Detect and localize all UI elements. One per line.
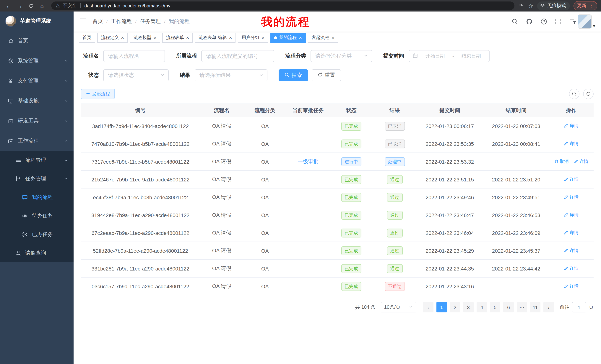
key-icon[interactable]	[519, 2, 524, 8]
cell-process-name: OA 请假	[200, 188, 243, 206]
sidebar-item-task-mgmt[interactable]: 任务管理	[0, 170, 74, 188]
star-icon[interactable]: ☆	[528, 3, 533, 8]
tab-process-form-edit[interactable]: 流程表单-编辑×	[195, 33, 236, 42]
table-row: 819442e8-7b9a-11ec-a290-acde48001122OA 请…	[81, 206, 594, 224]
sidebar-item-leave-query[interactable]: 请假查询	[0, 244, 74, 262]
page-button-2[interactable]: 2	[450, 302, 460, 312]
list-icon	[15, 157, 21, 163]
submit-time-range-picker[interactable]: 开始日期 - 结束日期	[409, 50, 490, 62]
edit-icon	[564, 195, 569, 200]
current-task-link[interactable]: 一级审批	[298, 158, 319, 164]
detail-action-link[interactable]: 详情	[564, 141, 579, 147]
page-ellipsis[interactable]: ⋯	[517, 302, 527, 312]
page-button-11[interactable]: 11	[530, 302, 541, 312]
breadcrumb-item-1[interactable]: 工作流程	[111, 18, 132, 25]
tab-close-icon[interactable]: ×	[154, 35, 156, 40]
detail-action-link[interactable]: 详情	[564, 176, 579, 182]
github-icon[interactable]	[526, 18, 533, 25]
chevron-down-icon	[64, 79, 68, 83]
logo-avatar	[5, 16, 16, 27]
category-select[interactable]: 请选择流程分类	[311, 50, 372, 62]
cell-actions: 详情	[549, 242, 594, 259]
tab-start-process[interactable]: 发起流程×	[308, 33, 338, 42]
toolbar-search-icon-button[interactable]	[569, 89, 580, 99]
tab-close-icon[interactable]: ×	[229, 35, 232, 40]
page-button-5[interactable]: 5	[490, 302, 500, 312]
help-icon[interactable]	[541, 18, 547, 25]
yen-icon	[7, 78, 14, 84]
breadcrumb-item-2[interactable]: 任务管理	[140, 18, 161, 25]
sidebar-item-system[interactable]: 系统管理	[0, 51, 74, 71]
create-process-button[interactable]: 发起流程	[81, 89, 115, 99]
tab-close-icon[interactable]: ×	[262, 35, 264, 40]
sidebar-item-payment[interactable]: 支付管理	[0, 71, 74, 91]
page-size-select[interactable]: 10条/页	[381, 302, 416, 312]
tab-user-group[interactable]: 用户分组×	[238, 33, 268, 42]
cell-status: 已完成	[330, 188, 373, 206]
user-avatar-menu[interactable]: ▾	[578, 14, 595, 29]
chevron-down-icon	[409, 305, 413, 309]
sidebar-item-home[interactable]: 首页	[0, 31, 74, 51]
sidebar-item-done-task[interactable]: 已办任务	[0, 225, 74, 244]
tab-close-icon[interactable]: ×	[299, 35, 302, 40]
browser-menu-icon[interactable]: ⋮	[589, 3, 594, 8]
tab-process-definition[interactable]: 流程定义×	[97, 33, 128, 42]
result-select[interactable]: 请选择流结果	[195, 69, 267, 81]
detail-action-link[interactable]: 详情	[564, 123, 579, 129]
detail-action-link[interactable]: 详情	[564, 265, 579, 272]
back-icon[interactable]: ←	[4, 1, 13, 10]
next-page-button[interactable]: ›	[543, 302, 554, 312]
detail-action-link[interactable]: 详情	[574, 158, 588, 165]
cell-id: 3ad174fb-7b9d-11ec-8404-acde48001122	[81, 117, 200, 135]
toolbar-refresh-icon-button[interactable]	[583, 89, 594, 99]
update-button[interactable]: 更新 ⋮	[573, 1, 597, 10]
home-icon[interactable]: ⌂	[37, 1, 47, 10]
goto-page-input[interactable]	[572, 302, 586, 312]
process-name-input[interactable]	[103, 50, 165, 62]
tab-close-icon[interactable]: ×	[121, 35, 124, 40]
tab-process-form[interactable]: 流程表单×	[162, 33, 193, 42]
sidebar-item-devtools[interactable]: 研发工具	[0, 111, 74, 131]
action-label: 详情	[570, 194, 579, 200]
sidebar: 芋道管理系统 首页系统管理支付管理基础设施研发工具工作流程流程管理任务管理我的流…	[0, 11, 74, 364]
process-def-input[interactable]	[201, 50, 274, 62]
tab-process-model[interactable]: 流程模型×	[130, 33, 160, 42]
cell-id: 7317cec6-7b9b-11ec-b5b7-acde48001122	[81, 153, 200, 171]
page-button-1[interactable]: 1	[436, 302, 447, 312]
app-logo[interactable]: 芋道管理系统	[0, 11, 74, 31]
hamburger-icon[interactable]	[80, 17, 87, 26]
breadcrumb-item-0[interactable]: 首页	[92, 18, 103, 25]
status-select[interactable]: 请选择状态	[103, 69, 169, 81]
cell-id: 67c2eaab-7b9a-11ec-a290-acde48001122	[81, 224, 200, 242]
fullscreen-icon[interactable]	[555, 18, 562, 25]
font-size-icon[interactable]	[570, 18, 576, 25]
tab-close-icon[interactable]: ×	[331, 35, 334, 40]
detail-action-link[interactable]: 详情	[564, 248, 579, 254]
column-header: 当前审批任务	[287, 104, 330, 117]
refresh-icon[interactable]	[26, 1, 36, 10]
tab-my-process[interactable]: 我的流程×	[270, 33, 306, 42]
detail-action-link[interactable]: 详情	[564, 212, 579, 218]
tab-close-icon[interactable]: ×	[186, 35, 189, 40]
sidebar-item-workflow[interactable]: 工作流程	[0, 131, 74, 151]
sidebar-item-process-mgmt[interactable]: 流程管理	[0, 151, 74, 170]
sidebar-item-infra[interactable]: 基础设施	[0, 91, 74, 111]
detail-action-link[interactable]: 详情	[564, 283, 579, 289]
detail-action-link[interactable]: 详情	[564, 194, 579, 200]
cancel-action-link[interactable]: 取消	[554, 158, 569, 165]
page-button-4[interactable]: 4	[477, 302, 487, 312]
address-bar[interactable]: ⚠ 不安全 dashboard.yudao.iocoder.cn/bpm/tas…	[51, 1, 514, 10]
sidebar-item-todo-task[interactable]: 待办任务	[0, 207, 74, 225]
search-icon[interactable]	[512, 18, 518, 25]
tab-home[interactable]: 首页	[79, 33, 95, 42]
cell-current-task	[287, 171, 330, 188]
process-name-label: 流程名	[81, 53, 99, 59]
detail-action-link[interactable]: 详情	[564, 230, 579, 236]
search-button[interactable]: 搜索	[279, 69, 308, 81]
table-body: 3ad174fb-7b9d-11ec-8404-acde48001122OA 请…	[81, 117, 594, 295]
page-button-6[interactable]: 6	[503, 302, 514, 312]
reset-button[interactable]: 重置	[312, 69, 341, 81]
page-button-3[interactable]: 3	[463, 302, 474, 312]
forward-icon[interactable]: →	[15, 1, 25, 10]
sidebar-item-my-process[interactable]: 我的流程	[0, 188, 74, 207]
